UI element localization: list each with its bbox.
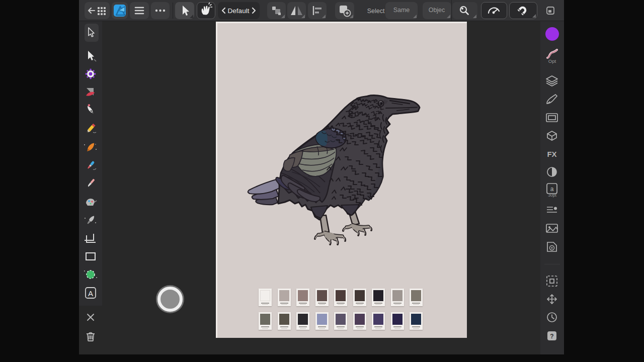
svg-text:FX: FX <box>547 150 556 158</box>
svg-text:a: a <box>550 186 554 193</box>
svg-text:Objec: Objec <box>429 7 445 14</box>
svg-text:Default: Default <box>228 7 250 15</box>
svg-text:Select: Select <box>367 8 385 15</box>
svg-text:30pt: 30pt <box>548 193 556 198</box>
svg-text:Same: Same <box>393 7 410 14</box>
svg-text:Opt: Opt <box>548 58 556 64</box>
svg-text:?: ? <box>550 333 553 340</box>
